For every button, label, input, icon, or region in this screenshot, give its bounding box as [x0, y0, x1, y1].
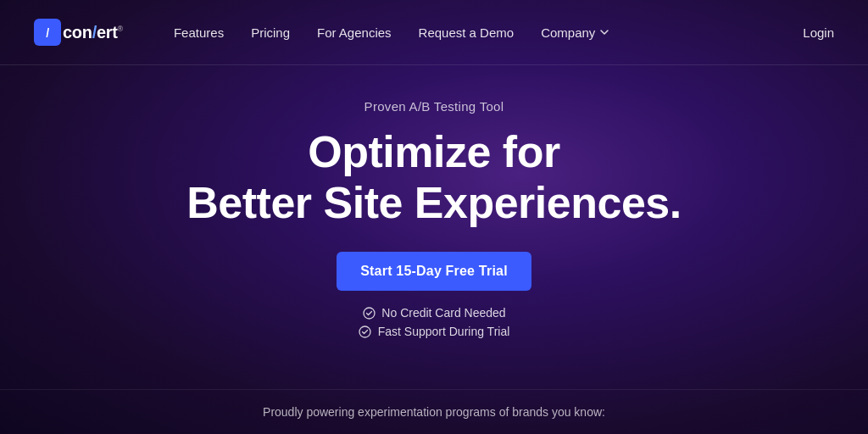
check-circle-icon-0 — [362, 306, 376, 320]
nav-item-features[interactable]: Features — [174, 25, 224, 40]
svg-point-3 — [359, 326, 370, 337]
nav-item-demo[interactable]: Request a Demo — [419, 25, 515, 40]
chevron-down-icon — [598, 26, 610, 38]
svg-point-2 — [364, 308, 375, 319]
login-link[interactable]: Login — [803, 25, 834, 40]
page-wrapper: / con/ert® Features Pricing For Agencies… — [0, 0, 868, 434]
hero-subtitle: Proven A/B Testing Tool — [364, 99, 504, 114]
navbar: / con/ert® Features Pricing For Agencies… — [0, 0, 868, 64]
bottom-band: Proudly powering experimentation program… — [0, 389, 868, 434]
trust-item-0: No Credit Card Needed — [362, 306, 505, 320]
trust-items: No Credit Card Needed Fast Support Durin… — [359, 306, 510, 338]
hero-title-line1: Optimize for — [308, 127, 559, 176]
nav-links: Features Pricing For Agencies Request a … — [174, 25, 803, 40]
nav-item-company[interactable]: Company — [541, 25, 610, 40]
trust-text-0: No Credit Card Needed — [381, 306, 505, 320]
trust-text-1: Fast Support During Trial — [378, 325, 510, 338]
logo[interactable]: / con/ert® — [34, 19, 123, 46]
nav-company-label: Company — [541, 25, 595, 40]
cta-button[interactable]: Start 15-Day Free Trial — [337, 252, 531, 291]
trust-item-1: Fast Support During Trial — [359, 325, 510, 338]
check-circle-icon-1 — [359, 325, 372, 338]
nav-item-agencies[interactable]: For Agencies — [317, 25, 392, 40]
logo-text: con/ert® — [63, 23, 123, 42]
nav-item-pricing[interactable]: Pricing — [251, 25, 290, 40]
hero-title: Optimize for Better Site Experiences. — [186, 127, 681, 229]
hero-section: Proven A/B Testing Tool Optimize for Bet… — [0, 65, 868, 389]
hero-title-line2: Better Site Experiences. — [186, 178, 681, 227]
logo-icon: / — [34, 19, 61, 46]
bottom-text: Proudly powering experimentation program… — [263, 405, 605, 419]
